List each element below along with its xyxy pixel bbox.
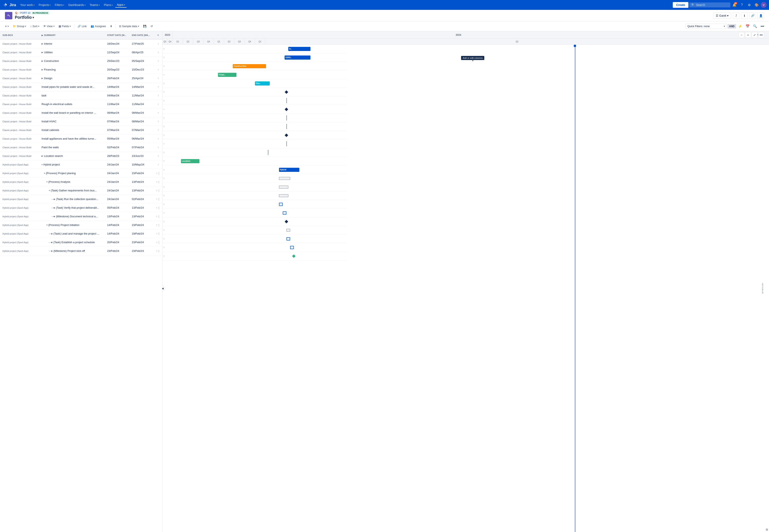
info-button[interactable]: ℹ [741, 12, 748, 19]
row-action-icon[interactable]: ↑ [158, 137, 159, 140]
table-row[interactable]: Hybrid project (Sport App) —◆ (Task) Est… [0, 238, 162, 247]
table-row[interactable]: Classic project - House Build ▶ Location… [0, 152, 162, 160]
group-button[interactable]: 📁 Group ▾ [11, 24, 28, 29]
link-action-button[interactable]: 🔗 [749, 12, 756, 19]
gantt-task-bar[interactable] [290, 246, 294, 249]
row-action-icon[interactable]: ↑ [158, 68, 159, 71]
gantt-milestone-diamond[interactable] [285, 90, 288, 94]
collapse-icon[interactable]: ▾ [49, 189, 50, 192]
gantt-row-action[interactable]: ↑ [163, 117, 164, 119]
gantt-bar[interactable]: Des.. [255, 81, 270, 86]
gantt-row-action[interactable]: ↑ [163, 186, 164, 189]
breadcrumb-port-link[interactable]: PORT-10 [20, 12, 30, 14]
gantt-process-bar[interactable] [286, 229, 290, 232]
view-button[interactable]: 👁 View ▾ [42, 24, 56, 29]
user-action-button[interactable]: 👤 [757, 12, 764, 19]
table-row[interactable]: Hybrid project (Sport App) ▾ (Task) Gath… [0, 186, 162, 195]
row-drag-icon[interactable]: ⋮ [158, 215, 160, 218]
row-action-icon[interactable]: ↑ [156, 180, 157, 183]
add-button[interactable]: + ▾ [3, 24, 10, 29]
row-action-icon[interactable]: ↑ [156, 224, 157, 227]
export-button[interactable]: ⬇ [108, 24, 114, 29]
collapse-icon[interactable]: ▾ [42, 163, 43, 166]
settings-button[interactable]: ⚙ [746, 2, 753, 8]
table-row[interactable]: Hybrid project (Sport App) ▾ (Process) P… [0, 169, 162, 178]
gantt-bar[interactable]: Location [181, 159, 199, 163]
nav-your-work[interactable]: Your work ▾ [19, 2, 36, 7]
table-row[interactable]: Classic project - House Build task 04/Ma… [0, 91, 162, 100]
row-action-icon[interactable]: ↑ [158, 111, 159, 114]
gantt-bar[interactable]: Hybrid [279, 168, 299, 172]
gantt-row-action[interactable]: ↑ [163, 142, 164, 145]
row-action-icon[interactable]: ↑ [156, 198, 157, 201]
table-row[interactable]: Hybrid project (Sport App) —◆ (Task) Ver… [0, 204, 162, 212]
col-header-start[interactable]: START DATE [M... [105, 34, 129, 36]
add-column-button[interactable]: + [156, 33, 161, 38]
gantt-layout-icon[interactable]: ⊞ [766, 528, 768, 531]
table-row[interactable]: Classic project - House Build ▶ Construc… [0, 57, 162, 65]
user-avatar[interactable]: U [761, 2, 767, 8]
gantt-row-action[interactable]: ↑ [163, 47, 164, 50]
row-drag-icon[interactable]: ⋮ [158, 172, 160, 175]
create-button[interactable]: Create [673, 2, 688, 8]
row-action-icon[interactable]: ↑ [158, 103, 159, 106]
row-action-icon[interactable]: ↑ [156, 189, 157, 192]
collapse-icon[interactable]: ▾ [46, 181, 47, 183]
gantt-row-action[interactable]: ↑ [163, 177, 164, 180]
expand-icon[interactable]: ▶ [42, 77, 43, 79]
table-row[interactable]: Hybrid project (Sport App) ▾ (Process) P… [0, 221, 162, 229]
table-row[interactable]: Hybrid project (Sport App) —◆ (Task) Run… [0, 195, 162, 204]
table-row[interactable]: Classic project - House Build Install th… [0, 109, 162, 117]
gantt-row-action[interactable]: ↑ [163, 91, 164, 94]
gantt-task-bar[interactable] [279, 203, 283, 206]
and-button[interactable]: AND [727, 24, 736, 29]
expand-icon[interactable]: ▶ [42, 51, 43, 53]
nav-dashboards[interactable]: Dashboards ▾ [67, 2, 87, 7]
col-header-end[interactable]: END DATE [MA... [129, 34, 154, 36]
table-row[interactable]: Classic project - House Build Paint the … [0, 143, 162, 152]
col-header-add[interactable]: + [154, 33, 162, 38]
lightning-button[interactable]: ⚡ [737, 23, 744, 30]
nav-apps[interactable]: Apps ▾ [115, 2, 127, 8]
help-button[interactable]: ? [739, 2, 745, 8]
sort-button[interactable]: ↕ Sort ▾ [29, 24, 41, 29]
table-row[interactable]: Classic project - House Build ▶ Design 2… [0, 74, 162, 83]
nav-teams[interactable]: Teams ▾ [88, 2, 101, 7]
gantt-row-action[interactable]: ↑ [163, 125, 164, 128]
col-header-summary[interactable]: ▶ SUMMARY [39, 34, 105, 36]
gantt-task-bar[interactable] [286, 237, 290, 241]
gantt-row-action[interactable]: ↑ [163, 237, 164, 240]
gantt-row-action[interactable]: ↑ [163, 246, 164, 249]
table-row[interactable]: Classic project - House Build Install ca… [0, 126, 162, 134]
gantt-bar[interactable]: Finan.. [218, 73, 236, 77]
link-button[interactable]: 🔗 Link [76, 24, 88, 29]
gantt-bar[interactable]: Utiliti.. [285, 56, 310, 60]
row-action-icon[interactable]: ↑ [156, 232, 157, 235]
row-drag-icon[interactable]: ⋮ [158, 189, 160, 192]
gantt-task-bar[interactable] [283, 211, 286, 215]
row-action-icon[interactable]: ↑ [158, 129, 159, 132]
row-drag-icon[interactable]: ⋮ [158, 241, 160, 244]
row-action-icon[interactable]: ↑ [156, 241, 157, 244]
gantt-process-bar[interactable] [279, 194, 288, 197]
gantt-bar[interactable]: In.. [288, 47, 310, 51]
fields-button[interactable]: ▦ Fields ▾ [57, 24, 73, 29]
gantt-milestone-diamond[interactable] [285, 108, 288, 111]
gantt-row-action[interactable]: ↑ [163, 65, 164, 68]
table-row[interactable]: Classic project - House Build ▶ Utilitie… [0, 48, 162, 57]
gantt-process-bar[interactable] [279, 177, 290, 180]
gantt-row-action[interactable]: ↑ [163, 168, 164, 171]
gantt-row-action[interactable]: ↑ [163, 108, 164, 111]
gantt-row-action[interactable]: ↑ [163, 56, 164, 59]
row-action-icon[interactable]: ↑ [158, 51, 159, 54]
gantt-row-action[interactable]: ↑ [163, 82, 164, 85]
collapse-gantt-button[interactable]: ◀ [162, 286, 165, 291]
gantt-view-button[interactable]: ☰ Gantt ▾ [713, 13, 731, 19]
row-action-icon[interactable]: ↑ [156, 206, 157, 209]
table-row[interactable]: Hybrid project (Sport App) —◆ (Milestone… [0, 212, 162, 221]
table-row[interactable]: Hybrid project (Sport App) ▾ Hybrid proj… [0, 160, 162, 169]
nav-filters[interactable]: Filters ▾ [53, 2, 66, 7]
row-drag-icon[interactable]: ⋮ [158, 250, 160, 252]
calendar-button[interactable]: 📅 [744, 23, 751, 30]
row-action-icon[interactable]: ↑ [156, 215, 157, 218]
